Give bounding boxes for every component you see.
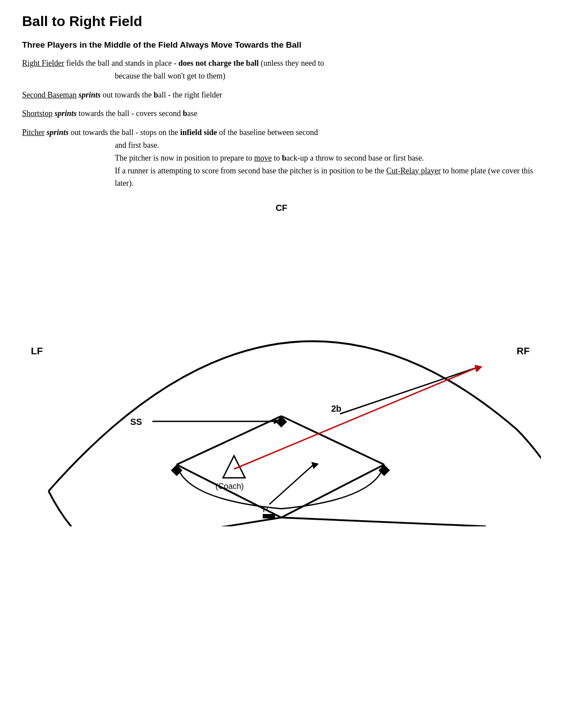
page-title: Ball to Right Field <box>22 13 541 30</box>
red-arrow-line <box>234 368 477 469</box>
p-arrowhead <box>311 462 319 469</box>
coach-label: (Coach) <box>215 482 244 491</box>
pitcher-indent3: If a runner is attempting to score from … <box>115 165 541 190</box>
ss-text1: towards the ball - covers second base <box>77 109 197 118</box>
pitcher-subject: Pitcher <box>22 128 45 137</box>
sb-text1: out towards the ball - the right fielder <box>101 90 222 99</box>
pitcher-italic: sprints <box>47 128 69 137</box>
lf-foul-line <box>49 491 93 526</box>
cf-label: CF <box>22 203 541 213</box>
twob-arrow-line <box>340 368 477 414</box>
lf-label: LF <box>31 345 43 356</box>
ss-italic: sprints <box>55 109 77 118</box>
right-fielder-subject: Right Fielder <box>22 59 64 68</box>
rf-label: RF <box>517 345 529 356</box>
infield-arc <box>177 465 384 509</box>
p-arrow-line <box>269 465 314 504</box>
red-arrowhead <box>475 365 482 372</box>
ss-subject: Shortstop <box>22 109 53 118</box>
shortstop-paragraph: Shortstop sprints towards the ball - cov… <box>22 107 541 120</box>
second-baseman-paragraph: Second Baseman sprints out towards the b… <box>22 89 541 101</box>
twob-label: 2b <box>331 404 341 413</box>
pitcher-base <box>263 514 275 518</box>
lf-foul-extended <box>88 518 281 526</box>
coach-triangle <box>223 456 245 478</box>
right-fielder-paragraph: Right Fielder fields the ball and stands… <box>22 57 541 83</box>
field-svg: LF RF (Coach) P <box>22 218 541 526</box>
rf-bold: does not charge the ball <box>178 59 259 68</box>
field-diagram-area: CF LF RF (Coach) P <box>22 203 541 534</box>
rf-indent: because the ball won't get to them) <box>115 70 541 83</box>
sb-subject: Second Baseman <box>22 90 76 99</box>
pitcher-text1: out towards the ball - stops on the infi… <box>69 128 318 137</box>
rf-foul-extended <box>281 518 486 526</box>
second-to-third <box>177 416 281 465</box>
pitcher-indent2: The pitcher is now in position to prepar… <box>115 152 541 165</box>
pitcher-paragraph: Pitcher sprints out towards the ball - s… <box>22 126 541 190</box>
p-label: P <box>263 505 268 514</box>
rf-text1: fields the ball and stands in place - <box>64 59 178 68</box>
rf-text2: (unless they need to <box>259 59 324 68</box>
rf-foul-line <box>517 429 541 473</box>
section-title: Three Players in the Middle of the Field… <box>22 40 541 50</box>
sb-italic: sprints <box>79 90 101 99</box>
first-to-second <box>281 416 384 465</box>
home-to-first <box>281 465 384 518</box>
ss-label: SS <box>130 417 142 427</box>
pitcher-indent1: and first base. <box>115 139 541 152</box>
